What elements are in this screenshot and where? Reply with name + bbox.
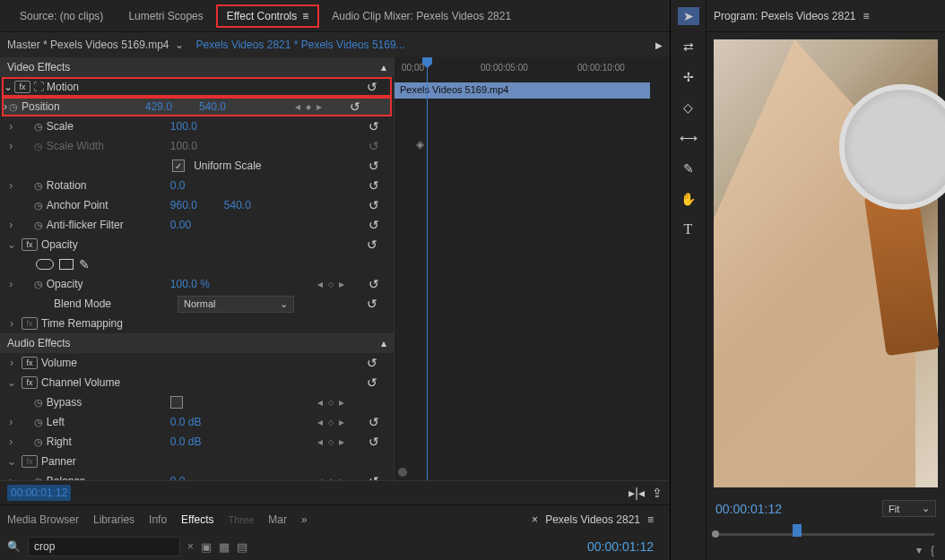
ellipse-mask-icon[interactable] [36,259,54,270]
margins-icon[interactable]: ⟷ [678,129,699,147]
position-row[interactable]: › ◷ Position 429.0 540.0 ◂ ◆ ▸ ↺ [2,97,392,116]
tab-markers[interactable]: Mar [268,513,287,526]
tab-lumetri-scopes[interactable]: Lumetri Scopes [116,4,215,28]
in-out-icon[interactable]: { [931,544,934,556]
zoom-fit-select[interactable]: Fit ⌄ [882,500,936,517]
tab-hidden[interactable]: Three [229,514,255,525]
tab-audio-clip-mixer[interactable]: Audio Clip Mixer: Pexels Videos 2821 [319,4,524,28]
play-indicator-icon[interactable]: ▶ [655,40,663,50]
collapse-icon[interactable]: ▴ [381,61,386,73]
program-scrubber[interactable] [707,522,945,540]
stopwatch-icon[interactable]: ◷ [33,200,45,211]
vertical-center-icon[interactable]: ✢ [678,68,699,86]
panel-menu-icon[interactable]: ≡ [302,10,308,22]
effect-keyframe-timeline[interactable]: 00;00 00:00:05:00 00:00:10:00 Pexels Vid… [394,57,670,480]
anti-flicker-value[interactable]: 0.00 [170,219,215,231]
video-effects-header[interactable]: Video Effects ▴ [0,57,394,77]
blend-mode-select[interactable]: Normal ⌄ [178,296,294,313]
scale-value[interactable]: 100.0 [170,120,215,133]
stopwatch-icon[interactable]: ◷ [33,220,45,231]
stopwatch-icon[interactable]: ◷ [33,121,45,133]
reset-icon[interactable]: ↺ [367,375,377,390]
overflow-icon[interactable]: » [301,513,308,526]
stopwatch-icon[interactable]: ◷ [33,417,45,428]
stopwatch-icon[interactable]: ◷ [33,436,45,448]
scrub-start-icon[interactable] [712,530,719,538]
yuv-icon[interactable]: ▤ [237,540,247,554]
reset-icon[interactable]: ↺ [368,415,379,429]
type-tool-icon[interactable]: T [678,220,699,238]
reset-icon[interactable]: ↺ [368,277,379,291]
pen-mask-icon[interactable]: ✎ [79,257,90,271]
anchor-y-value[interactable]: 540.0 [224,199,269,211]
panel-menu-icon[interactable]: ≡ [863,10,870,22]
anchor-x-value[interactable]: 960.0 [170,199,215,211]
breadcrumb-sequence-link[interactable]: Pexels Videos 2821 * Pexels Videos 5169.… [196,39,405,51]
eyedropper-icon[interactable]: ✎ [678,159,699,177]
time-remapping-header[interactable]: › fx Time Remapping [0,314,394,333]
bypass-row[interactable]: ◷ Bypass ◂◇▸ [0,392,394,412]
left-channel-row[interactable]: › ◷ Left 0.0 dB ◂◇▸ ↺ [0,412,394,432]
stopwatch-icon[interactable]: ◷ [33,180,45,192]
reset-icon[interactable]: ↺ [367,356,377,370]
opacity-value[interactable]: 100.0 % [170,278,215,290]
rect-mask-icon[interactable] [59,259,74,270]
program-title[interactable]: Program: Pexels Videos 2821 [714,10,856,22]
fx-badge-icon[interactable]: fx [14,81,30,93]
panner-header[interactable]: ⌄ fx Panner [0,452,394,471]
reset-icon[interactable]: ↺ [367,297,377,311]
fx-badge-icon[interactable]: fx [22,357,38,369]
opacity-value-row[interactable]: › ◷ Opacity 100.0 % ◂ ◇ ▸ ↺ [0,274,394,294]
program-monitor[interactable] [714,39,938,487]
bypass-checkbox[interactable] [170,396,183,409]
tab-media-browser[interactable]: Media Browser [7,513,79,526]
motion-effect-header[interactable]: ⌄ fx ⛶ Motion ↺ [2,77,392,97]
reset-icon[interactable]: ↺ [368,474,379,480]
next-keyframe-icon[interactable]: ▸ [316,100,322,113]
twirl-icon[interactable]: ⌄ [4,81,13,93]
reset-icon[interactable]: ↺ [367,80,377,94]
reset-icon[interactable]: ↺ [368,435,379,449]
reset-icon[interactable]: ↺ [367,237,377,252]
tab-effects[interactable]: Effects [181,513,213,526]
uniform-scale-checkbox[interactable]: ✓ [172,159,185,172]
collapse-icon[interactable]: ▴ [381,337,386,349]
fx-badge-icon[interactable]: fx [22,317,38,330]
rotation-value[interactable]: 0.0 [170,179,215,192]
balance-row[interactable]: › ◷ Balance 0.0 ◂◇▸ ↺ [0,471,394,480]
export-frame-icon[interactable]: ⇪ [652,486,663,500]
reset-icon[interactable]: ↺ [368,198,379,212]
audio-effects-header[interactable]: Audio Effects ▴ [0,333,394,353]
timeline-ruler[interactable]: 00;00 00:00:05:00 00:00:10:00 [394,57,670,84]
reset-icon[interactable]: ↺ [368,159,379,173]
add-keyframe-icon[interactable]: ◆ [306,103,311,111]
volume-effect-header[interactable]: › fx Volume ↺ [0,353,394,373]
panel-menu-icon[interactable]: ≡ [647,513,654,526]
stopwatch-icon[interactable]: ◷ [7,101,20,113]
fx-badge-icon[interactable]: fx [22,455,38,468]
position-x-value[interactable]: 429.0 [145,100,190,113]
uniform-scale-row[interactable]: ✓ Uniform Scale ↺ [0,156,394,176]
tab-effect-controls[interactable]: Effect Controls ≡ [216,4,320,28]
playback-icon[interactable]: ▸|◂ [629,486,645,500]
fx-badge-icon[interactable]: fx [22,238,38,251]
prev-keyframe-icon[interactable]: ◂ [317,278,323,290]
tab-info[interactable]: Info [149,513,167,526]
reset-icon[interactable]: ↺ [350,99,360,114]
breadcrumb-master[interactable]: Master * Pexels Videos 5169.mp4 [7,39,169,51]
reset-icon[interactable]: ↺ [368,119,379,134]
position-y-value[interactable]: 540.0 [199,100,244,113]
32bit-icon[interactable]: ▦ [219,540,230,554]
reset-icon[interactable]: ↺ [368,178,379,193]
scroll-thumb[interactable] [398,468,407,477]
selection-tool-icon[interactable]: ➤ [678,7,699,25]
left-value[interactable]: 0.0 dB [170,416,215,428]
blend-mode-row[interactable]: Blend Mode Normal ⌄ ↺ [0,294,394,314]
program-timecode[interactable]: 00:00:01:12 [715,502,782,516]
sequence-timecode[interactable]: 00:00:01:12 [578,536,663,557]
program-playhead-icon[interactable] [793,524,802,537]
right-value[interactable]: 0.0 dB [170,435,215,448]
opacity-effect-header[interactable]: ⌄ fx Opacity ↺ [0,235,394,254]
timecode-value[interactable]: 00:00:01:12 [7,485,71,501]
crop-tool-icon[interactable]: ◇ [678,99,699,116]
